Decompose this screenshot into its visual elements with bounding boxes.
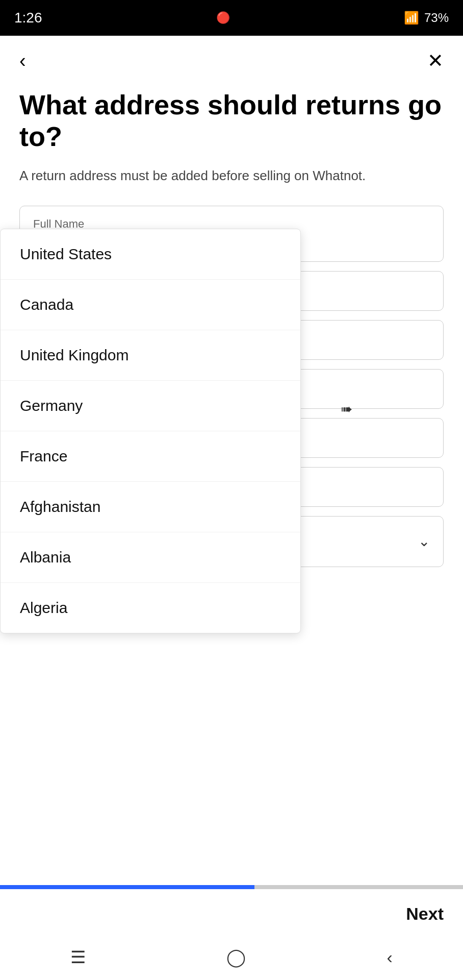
dropdown-item-af[interactable]: Afghanistan [1, 482, 300, 532]
status-bar: 1:26 🔴 📶 73% [0, 0, 463, 36]
nav-row: ‹ ✕ [19, 51, 444, 70]
bottom-nav: ☰ ◯ ‹ [0, 934, 463, 980]
nav-home-icon[interactable]: ◯ [226, 947, 246, 967]
dropdown-item-al[interactable]: Albania [1, 532, 300, 583]
dropdown-item-ca[interactable]: Canada [1, 280, 300, 330]
close-button[interactable]: ✕ [427, 51, 444, 70]
status-right: 📶 73% [404, 11, 449, 25]
next-button-row: Next [406, 899, 444, 929]
nav-menu-icon[interactable]: ☰ [70, 947, 86, 967]
dropdown-item-uk[interactable]: United Kingdom [1, 330, 300, 381]
chevron-down-icon: ⌄ [418, 533, 430, 550]
main-content: ‹ ✕ What address should returns go to? A… [0, 36, 463, 567]
page-subtitle: A return address must be added before se… [19, 166, 444, 185]
back-button[interactable]: ‹ [19, 51, 26, 70]
status-time: 1:26 [14, 10, 42, 26]
nav-back-icon[interactable]: ‹ [387, 947, 393, 967]
dropdown-item-fr[interactable]: France [1, 431, 300, 482]
dropdown-item-dz[interactable]: Algeria [1, 583, 300, 633]
bluetooth-icon: 🔴 [216, 11, 230, 24]
battery-text: 73% [424, 11, 449, 25]
country-dropdown: United States Canada United Kingdom Germ… [0, 229, 301, 633]
dropdown-item-de[interactable]: Germany [1, 381, 300, 431]
signal-icon: 📶 [404, 11, 419, 25]
dropdown-item-us[interactable]: United States [1, 229, 300, 280]
next-button[interactable]: Next [406, 899, 444, 929]
status-icons: 🔴 [216, 11, 230, 24]
progress-bar-container [0, 885, 463, 889]
page-title: What address should returns go to? [19, 89, 444, 152]
progress-bar-fill [0, 885, 254, 889]
